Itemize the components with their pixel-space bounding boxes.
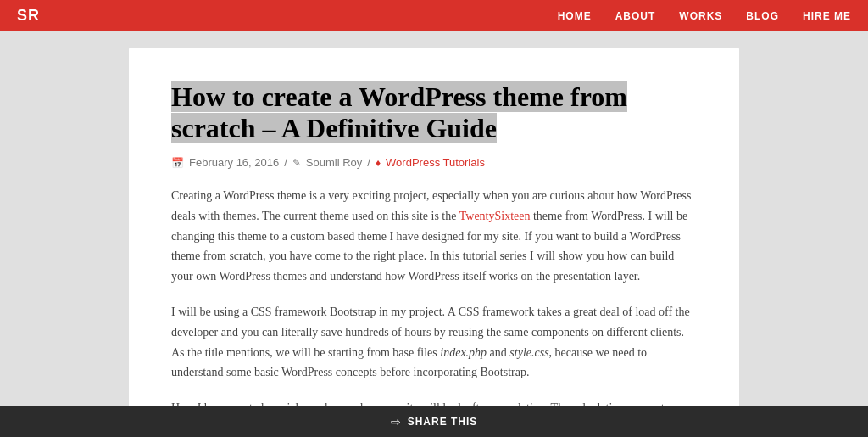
calendar-icon: 📅 bbox=[171, 157, 184, 169]
meta-separator-1: / bbox=[284, 156, 287, 169]
code-indexphp: index.php bbox=[440, 346, 487, 359]
nav-link-works[interactable]: WORKS bbox=[679, 10, 722, 22]
share-bar-label: SHARE THIS bbox=[408, 416, 478, 428]
post-title: How to create a WordPress theme from scr… bbox=[171, 81, 697, 144]
meta-separator-2: / bbox=[367, 156, 370, 169]
nav-item-hireme[interactable]: HIRE ME bbox=[803, 8, 851, 23]
page-wrapper: How to create a WordPress theme from scr… bbox=[0, 31, 868, 437]
share-bar[interactable]: ⇨ SHARE THIS bbox=[0, 406, 868, 437]
site-logo[interactable]: SR bbox=[17, 7, 40, 25]
nav-link-hireme[interactable]: HIRE ME bbox=[803, 10, 851, 22]
code-stylecss: style.css bbox=[509, 346, 548, 359]
twentysixteen-link[interactable]: TwentySixteen bbox=[459, 210, 531, 222]
paragraph-2: I will be using a CSS framework Bootstra… bbox=[171, 302, 697, 383]
nav-item-blog[interactable]: BLOG bbox=[746, 8, 779, 23]
nav-item-about[interactable]: ABOUT bbox=[615, 8, 656, 23]
post-author: Soumil Roy bbox=[306, 156, 362, 169]
content-card: How to create a WordPress theme from scr… bbox=[129, 48, 739, 421]
nav-link-home[interactable]: HOME bbox=[558, 10, 592, 22]
post-body: Creating a WordPress theme is a very exc… bbox=[171, 186, 697, 421]
tag-icon: ♦ bbox=[376, 157, 381, 169]
post-tag-link[interactable]: WordPress Tutorials bbox=[386, 156, 485, 169]
post-meta: 📅 February 16, 2016 / ✎ Soumil Roy / ♦ W… bbox=[171, 156, 697, 169]
post-date: February 16, 2016 bbox=[189, 156, 279, 169]
nav-item-works[interactable]: WORKS bbox=[679, 8, 722, 23]
paragraph-1: Creating a WordPress theme is a very exc… bbox=[171, 186, 697, 287]
share-icon: ⇨ bbox=[391, 415, 401, 429]
nav-links: HOME ABOUT WORKS BLOG HIRE ME bbox=[558, 8, 851, 23]
navbar: SR HOME ABOUT WORKS BLOG HIRE ME bbox=[0, 0, 868, 31]
nav-item-home[interactable]: HOME bbox=[558, 8, 592, 23]
nav-link-blog[interactable]: BLOG bbox=[746, 10, 779, 22]
author-icon: ✎ bbox=[292, 157, 301, 169]
nav-link-about[interactable]: ABOUT bbox=[615, 10, 656, 22]
